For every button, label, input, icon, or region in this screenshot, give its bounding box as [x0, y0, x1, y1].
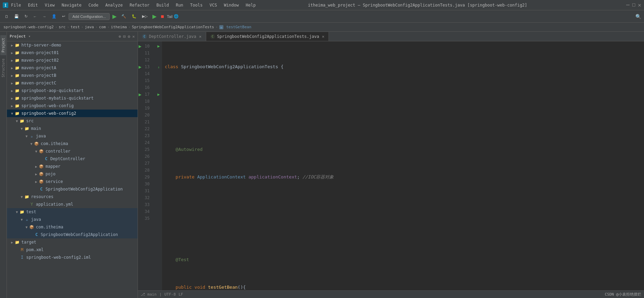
run-btn[interactable]: ▶ — [111, 12, 118, 20]
tree-item-springboot-web-config2[interactable]: ▼ 📁 springboot-web-config2 — [7, 110, 138, 117]
collapse-arrow[interactable]: ▶ — [10, 66, 14, 70]
breadcrumb-test[interactable]: test — [71, 25, 80, 29]
tree-item-iml[interactable]: I springboot-web-config2.iml — [7, 254, 138, 261]
tree-item-springboot-aop[interactable]: ▶ 📁 springboot-aop-quickstart — [7, 87, 138, 94]
menu-run[interactable]: Run — [173, 2, 186, 8]
tree-item-http-server-demo[interactable]: ▶ 📁 http-server-demo — [7, 41, 138, 49]
build-btn[interactable]: 🔨 — [119, 13, 128, 19]
collapse-arrow[interactable]: ▶ — [34, 165, 39, 168]
tree-item-pojo[interactable]: ▶ 📦 pojo — [7, 170, 138, 178]
menu-navigate[interactable]: Navigate — [59, 2, 84, 8]
tree-item-mapper[interactable]: ▶ 📦 mapper — [7, 163, 138, 170]
collapse-arrow[interactable]: ▼ — [10, 112, 14, 115]
tree-locate-icon[interactable]: ⊕ — [119, 34, 121, 39]
breadcrumb-class[interactable]: SpringbootWebConfig2ApplicationTests — [132, 25, 214, 29]
menu-tools[interactable]: Tools — [188, 2, 205, 8]
menu-vcs[interactable]: VCS — [207, 2, 220, 8]
collapse-arrow[interactable]: ▼ — [34, 150, 39, 153]
tree-item-test[interactable]: ▼ 📁 test — [7, 208, 138, 216]
forward-btn[interactable]: → — [40, 14, 48, 19]
collapse-arrow[interactable]: ▼ — [29, 142, 34, 146]
tree-settings-icon[interactable]: ⚙ — [128, 34, 130, 39]
translate-btn[interactable]: 🌐 — [174, 14, 179, 19]
collapse-arrow[interactable]: ▶ — [34, 172, 39, 176]
tree-close-icon[interactable]: ✕ — [132, 34, 135, 39]
tree-item-target[interactable]: ▶ 📁 target — [7, 238, 138, 246]
breadcrumb-itheima[interactable]: itheima — [111, 25, 127, 29]
collapse-arrow[interactable]: ▼ — [24, 225, 29, 229]
tree-item-java-test[interactable]: ▼ ☕ java — [7, 216, 138, 223]
collapse-arrow[interactable]: ▼ — [14, 210, 19, 214]
menu-help[interactable]: Help — [243, 2, 259, 8]
breadcrumb-java[interactable]: java — [85, 25, 94, 29]
collapse-arrow[interactable]: ▶ — [10, 74, 14, 78]
maximize-btn[interactable]: □ — [632, 2, 635, 8]
collapse-arrow[interactable]: ▶ — [10, 89, 14, 93]
breadcrumb-src[interactable]: src — [59, 25, 66, 29]
tab-close-btn[interactable]: ✕ — [199, 34, 201, 39]
collapse-arrow[interactable]: ▶ — [10, 96, 14, 100]
tree-item-com-itheima[interactable]: ▼ 📦 com.itheima — [7, 140, 138, 147]
run-with-coverage-btn[interactable]: ▶▷ — [140, 13, 150, 19]
breadcrumb-com[interactable]: com — [99, 25, 106, 29]
tree-item-springboot-mybatis[interactable]: ▶ 📁 springboot-mybatis-quickstart — [7, 94, 138, 102]
tree-item-maven-projectA[interactable]: ▶ 📁 maven-projectA — [7, 64, 138, 72]
search-btn[interactable]: 🔍 — [635, 14, 641, 19]
undo-btn[interactable]: ↩ — [60, 13, 67, 19]
collapse-arrow[interactable]: ▼ — [14, 119, 19, 123]
menu-refactor[interactable]: Refactor — [127, 2, 152, 8]
menu-file[interactable]: File — [8, 2, 24, 8]
close-btn[interactable]: ✕ — [638, 2, 641, 8]
breadcrumb-project[interactable]: springboot-web-config2 — [3, 25, 54, 29]
tree-item-com-itheima-test[interactable]: ▼ 📦 com.itheima — [7, 223, 138, 231]
tree-item-maven-projectC[interactable]: ▶ 📁 maven-projectC — [7, 79, 138, 87]
stop-btn[interactable]: ■ — [159, 13, 165, 20]
collapse-arrow[interactable]: ▶ — [10, 43, 14, 47]
tree-item-service[interactable]: ▶ 📦 service — [7, 178, 138, 185]
project-side-tab[interactable]: Project — [0, 35, 6, 55]
tree-item-maven-projectB[interactable]: ▶ 📁 maven-projectB — [7, 72, 138, 79]
sync-btn[interactable]: ↻ — [22, 13, 30, 19]
save-btn[interactable]: 💾 — [12, 13, 21, 19]
menu-code[interactable]: Code — [86, 2, 101, 8]
back-btn[interactable]: ← — [31, 14, 39, 19]
tree-item-src[interactable]: ▼ 📁 src — [7, 117, 138, 125]
collapse-arrow[interactable]: ▶ — [10, 51, 14, 55]
run-gutter-icon-17[interactable]: ▶ — [157, 92, 160, 97]
tree-item-resources[interactable]: ▼ 📁 resources — [7, 193, 138, 201]
breadcrumb-method[interactable]: m testGetBean — [219, 25, 251, 29]
run-gutter-icon[interactable]: ▶ — [157, 44, 160, 49]
collapse-arrow[interactable]: ▶ — [10, 59, 14, 62]
tree-item-main-app[interactable]: C SpringbootWebConfig2Application — [7, 185, 138, 193]
add-configuration-btn[interactable]: Add Configuration... — [69, 13, 110, 20]
debug-btn[interactable]: 🐛 — [130, 13, 139, 19]
structure-side-tab[interactable]: Structure — [0, 56, 6, 80]
tree-item-maven-project01[interactable]: ▶ 📁 maven-project01 — [7, 49, 138, 56]
collapse-arrow[interactable]: ▼ — [19, 127, 24, 131]
menu-window[interactable]: Window — [221, 2, 241, 8]
menu-view[interactable]: View — [42, 2, 58, 8]
menu-analyze[interactable]: Analyze — [102, 2, 125, 8]
menu-build[interactable]: Build — [154, 2, 172, 8]
tail-btn[interactable]: Tail — [167, 14, 173, 19]
tree-item-controller[interactable]: ▼ 📦 controller — [7, 147, 138, 155]
user-btn[interactable]: 👤 — [50, 13, 59, 19]
tree-item-springboot-web-config[interactable]: ▶ 📁 springboot-web-config — [7, 102, 138, 110]
new-file-btn[interactable]: 🗋 — [3, 14, 11, 19]
tree-item-maven-project02[interactable]: ▶ 📁 maven-project02 — [7, 56, 138, 64]
collapse-arrow[interactable]: ▶ — [10, 240, 14, 244]
tree-item-DeptController[interactable]: C DeptController — [7, 155, 138, 163]
collapse-arrow[interactable]: ▼ — [24, 134, 29, 138]
collapse-arrow[interactable]: ▶ — [34, 180, 39, 184]
run2-btn[interactable]: ▶ — [151, 12, 158, 20]
tab-DeptController[interactable]: C DeptController.java ✕ — [138, 32, 206, 41]
tab-SpringbootWebConfig2ApplicationTests[interactable]: C SpringbootWebConfig2ApplicationTests.j… — [206, 32, 329, 41]
tree-dropdown-arrow[interactable]: ▾ — [28, 34, 31, 39]
collapse-arrow[interactable]: ▼ — [19, 195, 24, 199]
tree-item-java-main[interactable]: ▼ ☕ java — [7, 132, 138, 140]
tree-item-main[interactable]: ▼ 📁 main — [7, 125, 138, 132]
menu-edit[interactable]: Edit — [25, 2, 41, 8]
tree-item-application-yml[interactable]: Y application.yml — [7, 201, 138, 208]
minimize-btn[interactable]: ─ — [626, 2, 630, 8]
collapse-arrow[interactable]: ▶ — [10, 104, 14, 108]
